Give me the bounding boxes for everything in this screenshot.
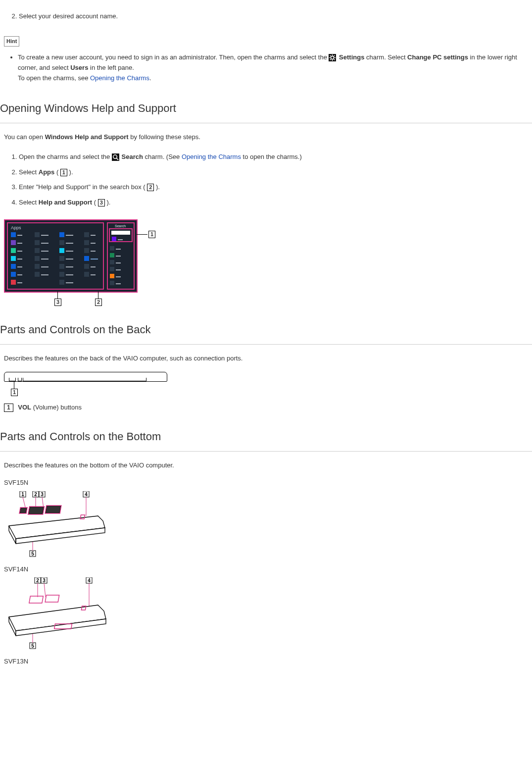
text: Select	[19, 168, 39, 176]
bottom-diagram-svf15n: 1 2 3 4 5	[4, 491, 112, 560]
vol-label: VOL	[18, 404, 31, 411]
bottom-intro: Describes the features on the bottom of …	[4, 460, 528, 471]
users-label: Users	[70, 64, 88, 71]
help-and-support-label: Help and Support	[39, 199, 92, 206]
text: by following these steps.	[130, 133, 200, 141]
callout-1: 1	[60, 169, 67, 176]
model-svf13n: SVF13N	[4, 657, 528, 667]
section-heading-bottom: Parts and Controls on the Bottom	[0, 428, 532, 452]
callout-3: 3	[98, 199, 105, 206]
svg-line-48	[44, 583, 46, 597]
windows-help-label: Windows Help and Support	[45, 133, 129, 141]
hint-text: in the left pane.	[90, 64, 134, 71]
text: ).	[105, 199, 111, 206]
text: (	[56, 168, 60, 176]
help-support-intro: You can open Windows Help and Support by…	[4, 132, 528, 143]
hint-label: Hint	[4, 36, 19, 47]
help-step-2: Select Apps ( 1 ).	[19, 165, 528, 180]
leader-line	[98, 292, 98, 299]
settings-icon	[329, 54, 336, 61]
opening-charms-link[interactable]: Opening the Charms	[182, 153, 241, 160]
callout-1: 1	[4, 404, 13, 412]
vol-desc: (Volume) buttons	[31, 404, 82, 411]
svg-text:5: 5	[31, 551, 34, 557]
apps-search-diagram: Apps ▬▬ ▬▬ ▬▬ ▬▬ ▬▬ ▬▬ ▬▬ ▬▬▬ ▬▬▬ ▬▬▬ ▬▬…	[4, 219, 157, 306]
settings-charm-label: Settings	[339, 53, 364, 61]
back-intro: Describes the features on the back of th…	[4, 354, 528, 364]
apps-grid-panel: Apps ▬▬ ▬▬ ▬▬ ▬▬ ▬▬ ▬▬ ▬▬ ▬▬▬ ▬▬▬ ▬▬▬ ▬▬…	[7, 222, 104, 290]
svg-text:2: 2	[34, 492, 37, 497]
svg-rect-34	[46, 506, 60, 513]
svg-text:4: 4	[85, 492, 88, 497]
back-notch	[18, 378, 22, 381]
text: You can open	[4, 133, 45, 141]
opening-charms-link[interactable]: Opening the Charms	[90, 74, 149, 82]
back-diagram: 1	[4, 372, 172, 396]
callout-1: 1	[148, 231, 155, 238]
hint-text: To create a new user account, you need t…	[18, 53, 329, 61]
svg-text:5: 5	[31, 643, 34, 649]
svg-rect-54	[29, 596, 43, 603]
leader-line	[14, 382, 14, 389]
text: Enter "Help and Support" in the search b…	[19, 183, 147, 191]
search-icon	[112, 153, 119, 161]
svg-rect-33	[29, 507, 44, 514]
text: ).	[154, 183, 160, 191]
leader-line	[57, 292, 58, 299]
volume-buttons	[9, 378, 16, 381]
back-item-1: 1 VOL (Volume) buttons	[4, 403, 528, 413]
text: to open the charms.)	[243, 153, 302, 160]
model-svf14n: SVF14N	[4, 564, 528, 575]
svg-text:3: 3	[43, 578, 46, 583]
search-panel: Search ▬▬ ▬▬ ▬▬ ▬▬ ▬▬ ▬▬ ▬▬	[107, 222, 135, 290]
text: charm. (See	[145, 153, 182, 160]
hint-open-charms-prefix: To open the charms, see	[18, 74, 90, 82]
help-step-3: Enter "Help and Support" in the search b…	[19, 180, 528, 195]
callout-2: 2	[147, 184, 154, 191]
callout-2: 2	[95, 299, 102, 306]
svg-text:3: 3	[41, 492, 44, 497]
svg-text:1: 1	[21, 492, 24, 497]
callout-3: 3	[54, 299, 61, 306]
text: Open the charms and select the	[19, 153, 112, 160]
help-step-1: Open the charms and select the Search ch…	[19, 150, 528, 165]
svg-rect-55	[45, 595, 59, 602]
back-lid-edge	[23, 378, 146, 381]
hint-text: charm. Select	[366, 53, 407, 61]
svg-text:4: 4	[88, 578, 91, 583]
svg-rect-32	[20, 508, 27, 513]
section-heading-back: Parts and Controls on the Back	[0, 321, 532, 345]
svg-text:2: 2	[36, 578, 39, 583]
apps-screen: Apps ▬▬ ▬▬ ▬▬ ▬▬ ▬▬ ▬▬ ▬▬ ▬▬▬ ▬▬▬ ▬▬▬ ▬▬…	[4, 219, 138, 293]
leader-line	[137, 234, 147, 235]
period: .	[149, 74, 151, 82]
svg-point-1	[331, 56, 334, 59]
help-step-4: Select Help and Support ( 3 ).	[19, 195, 528, 210]
change-pc-settings-label: Change PC settings	[407, 53, 468, 61]
apps-header: Apps	[11, 224, 21, 231]
bottom-diagram-svf14n: 2 3 4 5	[4, 577, 112, 652]
search-charm-label: Search	[122, 153, 143, 160]
apps-label: Apps	[39, 168, 55, 176]
text: Select	[19, 199, 39, 206]
hint-item: To create a new user account, you need t…	[18, 51, 528, 84]
search-box-highlight: ▬▬	[109, 228, 133, 242]
text: ).	[67, 168, 73, 176]
callout-1: 1	[11, 389, 18, 396]
model-svf15n: SVF15N	[4, 478, 528, 488]
section-heading-help-support: Opening Windows Help and Support	[0, 100, 532, 123]
switch-user-step-2: Select your desired account name.	[19, 9, 528, 24]
text: (	[94, 199, 98, 206]
